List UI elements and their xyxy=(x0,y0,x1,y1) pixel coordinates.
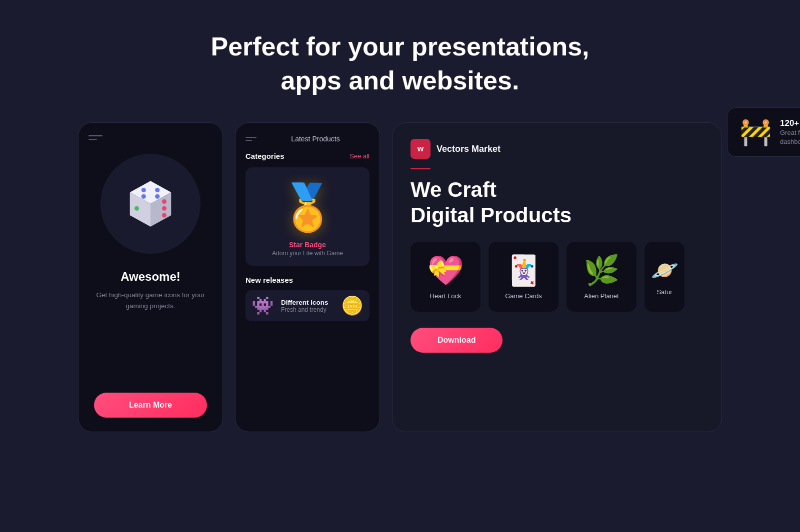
game-cards-icon: 🃏 xyxy=(506,253,542,287)
coin-icon: 🪙 xyxy=(341,295,364,316)
heart-lock-label: Heart Lock xyxy=(430,292,462,300)
cards-area: 🚧 120+ icons Great for interface and das… xyxy=(78,122,722,432)
vm-brand-name: Vectors Market xyxy=(436,144,500,154)
saturn-tile-partial: 🪐 Satur xyxy=(644,242,684,312)
dice-circle xyxy=(100,154,200,254)
hamburger-menu-icon[interactable] xyxy=(88,135,102,144)
heart-lock-tile: 💝 Heart Lock xyxy=(410,242,480,312)
svg-point-6 xyxy=(155,194,160,199)
see-all-link[interactable]: See all xyxy=(350,152,370,160)
new-releases-label: New releases xyxy=(246,276,293,284)
red-divider xyxy=(410,168,430,169)
star-badge-card: 🏅 Star Badge Adorn your Life with Game xyxy=(246,167,370,266)
alien-planet-label: Alien Planet xyxy=(584,292,618,300)
traffic-cone-icon: 🚧 xyxy=(740,117,772,147)
phone-card-2: Latest Products Categories See all 🏅 Sta… xyxy=(235,122,380,432)
saturn-label: Satur xyxy=(656,288,672,296)
game-cards-tile: 🃏 Game Cards xyxy=(488,242,558,312)
star-badge-sub: Adorn your Life with Game xyxy=(272,250,343,257)
categories-row: Categories See all xyxy=(246,152,370,160)
new-release-item: 👾 Different icons Fresh and trendy 🪙 xyxy=(246,290,370,321)
alien-icon: 👾 xyxy=(252,295,274,316)
svg-point-5 xyxy=(142,194,146,199)
game-cards-label: Game Cards xyxy=(505,292,542,300)
hero-title: Perfect for your presentations, apps and… xyxy=(210,0,589,97)
phone-card-1: Awesome! Get high-quality game icons for… xyxy=(78,122,223,432)
craft-title: We CraftDigital Products xyxy=(410,177,572,228)
svg-point-9 xyxy=(162,213,166,218)
vm-badge: w xyxy=(410,139,430,159)
phone-card-3: w Vectors Market We CraftDigital Product… xyxy=(392,122,722,432)
icons-row: 💝 Heart Lock 🃏 Game Cards 🌿 Alien Planet… xyxy=(410,242,704,312)
alien-planet-icon: 🌿 xyxy=(584,253,620,287)
vm-logo-row: w Vectors Market xyxy=(410,139,500,159)
info-card-title: 120+ icons xyxy=(780,118,800,128)
svg-point-10 xyxy=(134,206,139,211)
info-card-subtitle: Great for interface and dashboards xyxy=(780,128,800,146)
alien-planet-tile: 🌿 Alien Planet xyxy=(566,242,636,312)
different-icons-title: Different icons xyxy=(281,299,334,306)
dice-icon xyxy=(123,176,178,231)
phone2-header-title: Latest Products xyxy=(291,135,340,143)
phone2-hamburger[interactable] xyxy=(246,137,256,141)
fresh-trendy-sub: Fresh and trendy xyxy=(281,306,334,313)
awesome-title: Awesome! xyxy=(120,270,180,284)
svg-point-4 xyxy=(155,188,160,192)
star-badge-icon: 🏅 xyxy=(280,181,336,234)
saturn-icon: 🪐 xyxy=(651,257,678,283)
svg-point-3 xyxy=(142,188,146,192)
download-button[interactable]: Download xyxy=(410,328,502,353)
phone1-desc: Get high-quality game icons for your gam… xyxy=(88,290,212,311)
svg-point-7 xyxy=(162,199,166,204)
heart-lock-icon: 💝 xyxy=(428,253,464,287)
learn-more-button[interactable]: Learn More xyxy=(94,393,207,418)
star-badge-name: Star Badge xyxy=(289,241,326,249)
categories-label: Categories xyxy=(246,152,284,160)
svg-point-8 xyxy=(162,206,166,211)
floating-info-card: 🚧 120+ icons Great for interface and das… xyxy=(727,107,800,157)
phone2-header: Latest Products xyxy=(246,135,370,143)
